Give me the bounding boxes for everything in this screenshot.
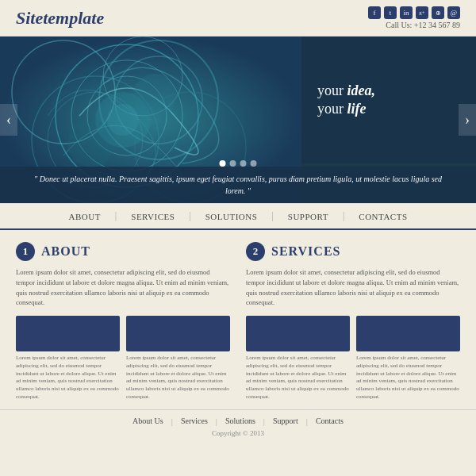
about-card-1-text: Lorem ipsum dolor sit amet, consectetur …	[16, 355, 120, 401]
facebook-icon[interactable]: f	[368, 6, 381, 19]
services-body: Lorem ipsum dolor sit amet, consectetur …	[246, 267, 460, 308]
services-card-2-text: Lorem ipsum dolor sit amet, consectetur …	[356, 355, 460, 401]
site-header: Sitetemplate f t in g+ ⊕ @ Call Us: +12 …	[0, 0, 476, 36]
slider-arrow-right[interactable]: ›	[459, 104, 476, 136]
about-card-2-text: Lorem ipsum dolor sit amet, consectetur …	[126, 355, 230, 401]
about-card-2: Lorem ipsum dolor sit amet, consectetur …	[126, 316, 230, 401]
svg-point-13	[132, 74, 177, 118]
dot-3[interactable]	[240, 160, 247, 167]
nav-solutions[interactable]: SOLUTIONS	[191, 212, 272, 221]
slider-arrow-left[interactable]: ‹	[0, 104, 17, 136]
footer-services[interactable]: Services	[173, 416, 216, 425]
footer-solutions[interactable]: Solutions	[217, 416, 263, 425]
about-body: Lorem ipsum dolor sit amet, consectetur …	[16, 267, 230, 308]
copyright-text: Copyright © 2013	[16, 429, 460, 437]
hero-line1: your idea,	[317, 82, 460, 100]
services-card-2-image	[356, 316, 460, 351]
services-section: 2 SERVICES Lorem ipsum dolor sit amet, c…	[246, 242, 460, 401]
footer-contacts[interactable]: Contacts	[308, 416, 351, 425]
services-cards: Lorem ipsum dolor sit amet, consectetur …	[246, 316, 460, 401]
twitter-icon[interactable]: t	[384, 6, 397, 19]
hero-text-overlay: your idea, your life	[301, 36, 476, 163]
email-icon[interactable]: @	[447, 6, 460, 19]
googleplus-icon[interactable]: g+	[416, 6, 428, 19]
services-card-1-image	[246, 316, 350, 351]
main-content: 1 ABOUT Lorem ipsum dolor sit amet, cons…	[0, 230, 476, 409]
nav-support[interactable]: SUPPORT	[274, 212, 343, 221]
dot-1[interactable]	[220, 160, 226, 167]
hero-line2: your life	[317, 100, 460, 118]
footer-about[interactable]: About Us	[125, 416, 171, 425]
svg-point-12	[107, 104, 139, 136]
slider-dots	[220, 160, 257, 167]
social-icons-group: f t in g+ ⊕ @	[368, 6, 460, 19]
services-number-badge: 2	[246, 242, 265, 261]
quote-strip: " Donec ut placerat nulla. Praesent sagi…	[0, 167, 476, 203]
services-card-1-text: Lorem ipsum dolor sit amet, consectetur …	[246, 355, 350, 401]
services-card-1: Lorem ipsum dolor sit amet, consectetur …	[246, 316, 350, 401]
services-card-2: Lorem ipsum dolor sit amet, consectetur …	[356, 316, 460, 401]
dot-4[interactable]	[251, 160, 257, 167]
site-logo: Sitetemplate	[16, 8, 104, 29]
hero-your1: your	[317, 83, 347, 98]
about-section: 1 ABOUT Lorem ipsum dolor sit amet, cons…	[16, 242, 230, 401]
services-heading: SERVICES	[271, 244, 340, 259]
about-cards: Lorem ipsum dolor sit amet, consectetur …	[16, 316, 230, 401]
linkedin-icon[interactable]: in	[400, 6, 413, 19]
about-card-2-image	[126, 316, 230, 351]
footer-nav: About Us | Services | Solutions | Suppor…	[16, 416, 460, 426]
site-footer: About Us | Services | Solutions | Suppor…	[0, 409, 476, 440]
hero-idea: idea,	[347, 83, 376, 98]
services-title-group: 2 SERVICES	[246, 242, 460, 261]
about-number-badge: 1	[16, 242, 35, 261]
nav-services[interactable]: SERVICES	[117, 212, 189, 221]
dot-2[interactable]	[230, 160, 236, 167]
quote-text: " Donec ut placerat nulla. Praesent sagi…	[24, 173, 452, 197]
about-card-1: Lorem ipsum dolor sit amet, consectetur …	[16, 316, 120, 401]
nav-contacts[interactable]: CONTACTS	[344, 212, 421, 221]
nav-about[interactable]: ABOUT	[54, 212, 114, 221]
svg-point-14	[67, 120, 115, 167]
hero-your2: your	[317, 101, 347, 117]
rss-icon[interactable]: ⊕	[432, 6, 444, 19]
call-us-text: Call Us: +12 34 567 89	[386, 21, 460, 29]
about-title-group: 1 ABOUT	[16, 242, 230, 261]
footer-support[interactable]: Support	[265, 416, 306, 425]
about-heading: ABOUT	[41, 244, 90, 259]
main-nav: ABOUT | SERVICES | SOLUTIONS | SUPPORT |…	[0, 203, 476, 230]
about-card-1-image	[16, 316, 120, 351]
header-right: f t in g+ ⊕ @ Call Us: +12 34 567 89	[368, 6, 460, 29]
hero-life: life	[347, 101, 367, 117]
hero-section: your idea, your life ‹ › " Donec ut plac…	[0, 36, 476, 203]
